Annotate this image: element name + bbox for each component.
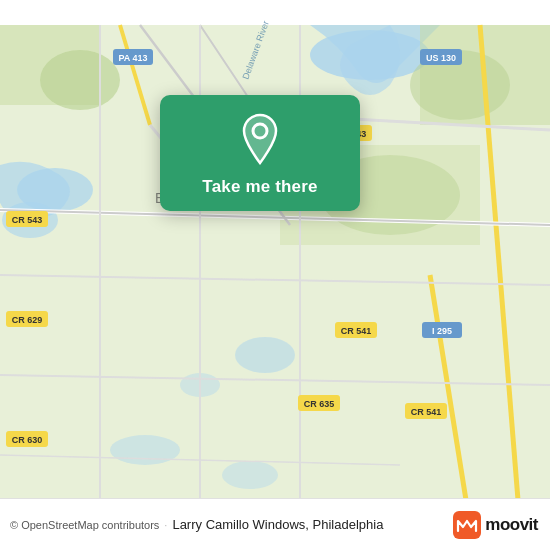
svg-text:CR 629: CR 629 [12,315,43,325]
svg-text:CR 541: CR 541 [411,407,442,417]
bottom-left: © OpenStreetMap contributors · Larry Cam… [10,517,383,532]
svg-point-6 [110,435,180,465]
moovit-icon [453,511,481,539]
map-container: CR 543 CR 629 CR 630 PA 413 US 130 CR 54… [0,0,550,550]
svg-point-4 [235,337,295,373]
svg-point-9 [40,50,120,110]
moovit-logo: moovit [453,511,538,539]
popup-card[interactable]: Take me there [160,95,360,211]
svg-text:CR 543: CR 543 [12,215,43,225]
svg-text:I 295: I 295 [432,326,452,336]
attribution-text: © OpenStreetMap contributors [10,519,159,531]
popup-label: Take me there [202,177,317,197]
bottom-bar: © OpenStreetMap contributors · Larry Cam… [0,498,550,550]
svg-point-7 [222,461,278,489]
moovit-brand-name: moovit [485,515,538,535]
svg-text:CR 630: CR 630 [12,435,43,445]
separator: · [164,519,167,531]
svg-text:CR 635: CR 635 [304,399,335,409]
svg-text:PA 413: PA 413 [118,53,147,63]
svg-text:CR 541: CR 541 [341,326,372,336]
svg-text:US 130: US 130 [426,53,456,63]
location-title: Larry Camillo Windows, Philadelphia [172,517,383,532]
location-pin-icon [239,113,281,165]
